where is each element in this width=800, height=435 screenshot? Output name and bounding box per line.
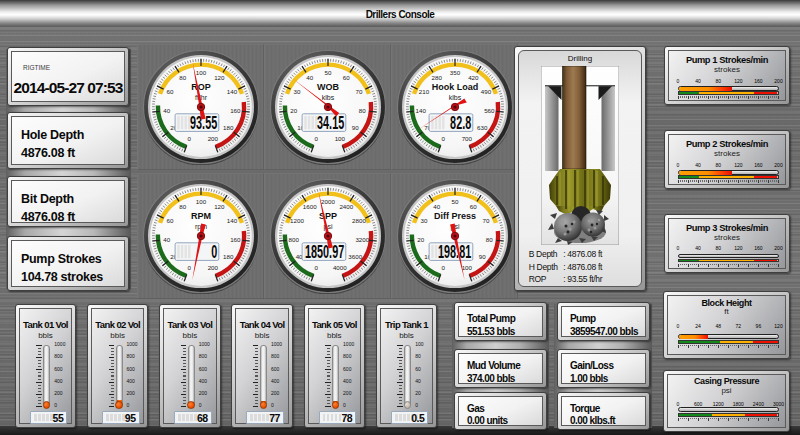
svg-text:RPM: RPM xyxy=(191,211,211,221)
svg-text:180: 180 xyxy=(223,253,234,260)
svg-text:120: 120 xyxy=(214,74,225,81)
svg-text:90: 90 xyxy=(351,124,358,131)
svg-text:3600: 3600 xyxy=(348,253,362,260)
svg-text:34.15: 34.15 xyxy=(317,113,344,132)
svg-text:80: 80 xyxy=(485,235,492,242)
svg-text:210: 210 xyxy=(418,88,429,95)
svg-text:80: 80 xyxy=(358,107,365,114)
svg-text:60: 60 xyxy=(166,88,173,95)
svg-text:60: 60 xyxy=(166,217,173,224)
svg-text:0: 0 xyxy=(211,242,217,261)
svg-text:SPP: SPP xyxy=(318,211,336,221)
svg-text:90: 90 xyxy=(478,253,485,260)
svg-text:350: 350 xyxy=(449,69,460,76)
svg-text:1200: 1200 xyxy=(290,217,304,224)
svg-text:420: 420 xyxy=(468,74,479,81)
svg-text:Hook Load: Hook Load xyxy=(431,82,478,92)
svg-text:160: 160 xyxy=(230,235,241,242)
svg-text:3200: 3200 xyxy=(355,235,369,242)
svg-text:140: 140 xyxy=(226,217,237,224)
svg-text:82.8: 82.8 xyxy=(450,113,471,132)
svg-text:0: 0 xyxy=(314,135,318,142)
svg-text:40: 40 xyxy=(163,107,170,114)
svg-text:20: 20 xyxy=(417,235,424,242)
svg-text:100: 100 xyxy=(195,198,206,205)
svg-text:WOB: WOB xyxy=(317,82,339,92)
svg-text:800: 800 xyxy=(288,235,299,242)
svg-text:140: 140 xyxy=(415,107,426,114)
svg-text:100: 100 xyxy=(334,135,345,142)
svg-text:Diff Press: Diff Press xyxy=(433,211,475,221)
svg-text:200: 200 xyxy=(207,135,218,142)
svg-text:klbs: klbs xyxy=(321,94,334,101)
svg-text:70: 70 xyxy=(482,217,489,224)
svg-text:40: 40 xyxy=(433,203,440,210)
svg-text:klbs: klbs xyxy=(448,94,461,101)
svg-text:40: 40 xyxy=(163,235,170,242)
svg-text:4000: 4000 xyxy=(332,264,346,271)
svg-text:ROP: ROP xyxy=(191,82,211,92)
svg-text:80: 80 xyxy=(179,74,186,81)
svg-text:30: 30 xyxy=(420,217,427,224)
svg-text:ft/hr: ft/hr xyxy=(194,94,207,101)
svg-text:2000: 2000 xyxy=(321,198,335,205)
svg-text:30: 30 xyxy=(293,88,300,95)
svg-text:2800: 2800 xyxy=(352,217,366,224)
svg-text:160: 160 xyxy=(230,107,241,114)
svg-text:50: 50 xyxy=(451,198,458,205)
svg-text:80: 80 xyxy=(179,203,186,210)
svg-text:490: 490 xyxy=(480,88,491,95)
svg-text:40: 40 xyxy=(306,74,313,81)
svg-text:1850.97: 1850.97 xyxy=(305,242,344,261)
svg-text:20: 20 xyxy=(290,107,297,114)
svg-text:0: 0 xyxy=(187,135,191,142)
svg-text:50: 50 xyxy=(324,69,331,76)
svg-text:0: 0 xyxy=(441,135,445,142)
svg-text:60: 60 xyxy=(469,203,476,210)
svg-text:280: 280 xyxy=(431,74,442,81)
svg-text:0: 0 xyxy=(441,264,445,271)
svg-text:198.81: 198.81 xyxy=(438,242,471,261)
svg-text:140: 140 xyxy=(226,88,237,95)
svg-text:1600: 1600 xyxy=(302,203,316,210)
svg-text:100: 100 xyxy=(195,69,206,76)
svg-text:120: 120 xyxy=(214,203,225,210)
svg-text:0: 0 xyxy=(187,264,191,271)
svg-text:2400: 2400 xyxy=(339,203,353,210)
svg-text:0: 0 xyxy=(314,264,318,271)
svg-text:70: 70 xyxy=(355,88,362,95)
svg-text:200: 200 xyxy=(207,264,218,271)
svg-text:630: 630 xyxy=(477,124,488,131)
svg-text:560: 560 xyxy=(484,107,495,114)
svg-text:700: 700 xyxy=(461,135,472,142)
svg-text:180: 180 xyxy=(223,124,234,131)
svg-text:100: 100 xyxy=(461,264,472,271)
svg-text:60: 60 xyxy=(342,74,349,81)
